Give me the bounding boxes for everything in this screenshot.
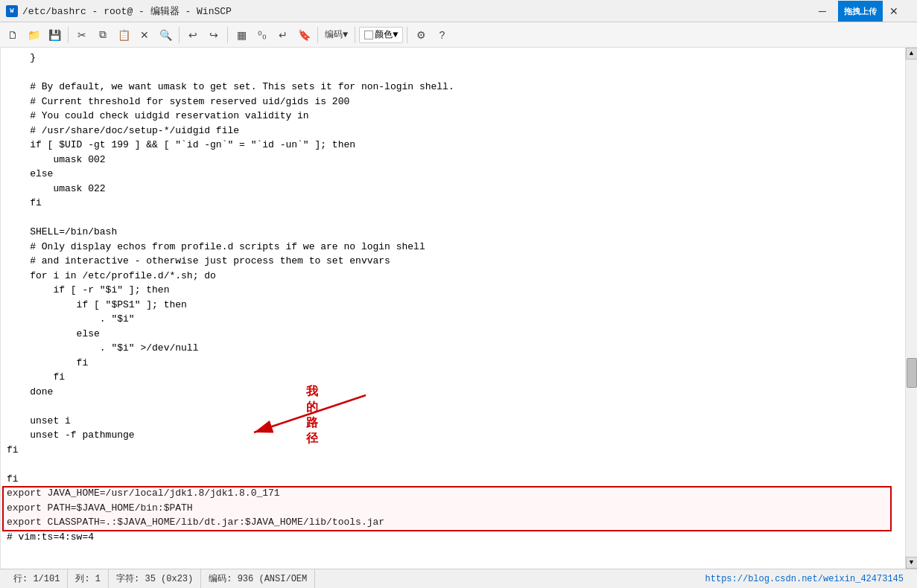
- app-icon: W: [6, 5, 18, 17]
- toolbar-paste-btn[interactable]: 📋: [114, 25, 133, 45]
- scroll-down-btn[interactable]: ▼: [906, 557, 918, 569]
- vertical-scrollbar[interactable]: ▲ ▼: [905, 48, 917, 569]
- status-col: 列: 1: [68, 569, 109, 588]
- status-char: 字符: 35 (0x23): [109, 569, 201, 588]
- scrollbar-thumb[interactable]: [907, 358, 917, 388]
- toolbar-cut-btn[interactable]: ✂: [72, 25, 92, 45]
- separator1: [68, 27, 69, 43]
- editor-content[interactable]: } # By default, we want umask to get set…: [1, 48, 905, 569]
- separator6: [407, 27, 407, 43]
- title-bar-left: W /etc/bashrc - root@ - 编辑器 - WinSCP: [6, 4, 232, 18]
- toolbar-open-btn[interactable]: 📁: [24, 25, 43, 45]
- scrollbar-track[interactable]: [906, 60, 917, 557]
- editor-container: } # By default, we want umask to get set…: [0, 48, 917, 569]
- toolbar: 🗋 📁 💾 ✂ ⧉ 📋 ✕ 🔍 ↩ ↪ ▦ ⁰₀ ↵ 🔖 编码▼ 颜色▼ ⚙ ?: [0, 22, 917, 48]
- status-url: https://blog.csdn.net/weixin_42473145: [698, 569, 911, 588]
- separator5: [355, 27, 355, 43]
- status-bar: 行: 1/101 列: 1 字符: 35 (0x23) 编码: 936 (ANS…: [0, 569, 917, 588]
- separator3: [227, 27, 228, 43]
- color-box: [364, 31, 373, 39]
- toolbar-help-btn[interactable]: ?: [432, 25, 451, 45]
- scroll-up-btn[interactable]: ▲: [906, 48, 918, 60]
- toolbar-wrap-btn[interactable]: ↵: [273, 25, 293, 45]
- toolbar-settings-btn[interactable]: ⚙: [411, 25, 431, 45]
- window-title: /etc/bashrc - root@ - 编辑器 - WinSCP: [22, 4, 232, 18]
- separator2: [179, 27, 180, 43]
- toolbar-copy-btn[interactable]: ⧉: [93, 25, 112, 45]
- color-dropdown[interactable]: 颜色▼: [359, 27, 403, 43]
- toolbar-save-btn[interactable]: 💾: [45, 25, 64, 45]
- toolbar-redo-btn[interactable]: ↪: [204, 25, 223, 45]
- toolbar-bookmark-btn[interactable]: 🔖: [294, 25, 314, 45]
- toolbar-find-btn[interactable]: 🔍: [156, 25, 175, 45]
- code-display: } # By default, we want umask to get set…: [7, 51, 899, 544]
- toolbar-chars-btn[interactable]: ⁰₀: [253, 25, 272, 45]
- toolbar-grid-btn[interactable]: ▦: [232, 25, 251, 45]
- top-right-logo: 拖拽上传: [838, 0, 883, 22]
- encoding-menu[interactable]: 编码▼: [322, 28, 351, 41]
- status-encoding: 编码: 936 (ANSI/OEM: [201, 569, 315, 588]
- title-bar: W /etc/bashrc - root@ - 编辑器 - WinSCP 拖拽上…: [0, 0, 917, 22]
- toolbar-delete-btn[interactable]: ✕: [135, 25, 154, 45]
- highlight-box: [2, 486, 892, 531]
- status-row: 行: 1/101: [6, 569, 68, 588]
- minimize-button[interactable]: ─: [805, 0, 840, 22]
- color-label: 颜色▼: [375, 28, 398, 41]
- toolbar-undo-btn[interactable]: ↩: [183, 25, 203, 45]
- toolbar-new-btn[interactable]: 🗋: [3, 25, 22, 45]
- separator4: [317, 27, 318, 43]
- logo-text: 拖拽上传: [838, 1, 883, 22]
